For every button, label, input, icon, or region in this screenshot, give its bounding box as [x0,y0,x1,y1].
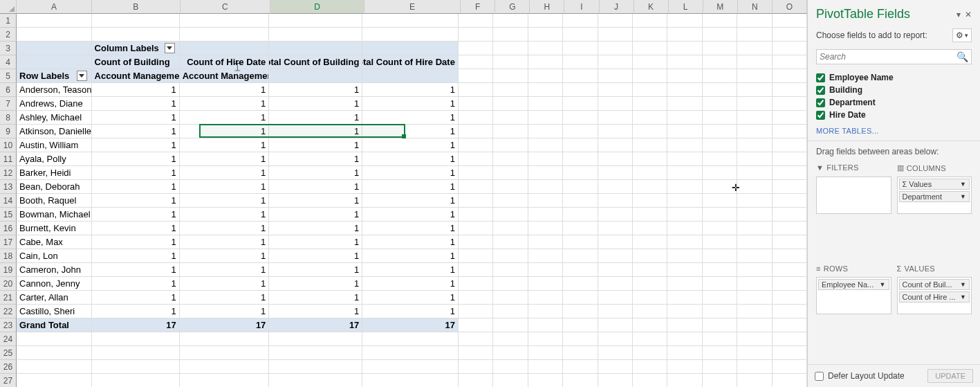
cell[interactable]: 1 [180,194,270,208]
cell[interactable] [493,305,528,318]
cell[interactable] [667,180,702,194]
cell[interactable] [703,249,737,263]
cell[interactable] [528,69,563,83]
field-checkbox[interactable] [816,98,825,107]
cell[interactable]: 1 [362,222,459,235]
cell[interactable] [737,166,772,180]
cell[interactable] [493,346,528,360]
cell[interactable] [528,42,563,55]
row-header-23[interactable]: 23 [0,318,17,332]
cell[interactable]: 1 [362,235,459,249]
cell[interactable]: 1 [269,111,362,125]
cell[interactable] [493,194,528,208]
values-drop-area[interactable]: Count of Buil...▼Count of Hire ...▼ [897,277,972,314]
cell[interactable] [667,360,702,374]
row-header-8[interactable]: 8 [0,111,17,125]
cell[interactable] [773,111,807,125]
cell[interactable] [180,42,270,55]
cell[interactable] [773,180,807,194]
cell[interactable] [737,263,772,277]
col-header-A[interactable]: A [17,0,92,14]
cell[interactable] [633,42,667,55]
cell[interactable] [493,42,528,55]
cell[interactable] [773,291,807,305]
cell[interactable] [528,138,563,152]
cell[interactable]: 1 [180,235,270,249]
col-header-N[interactable]: N [738,0,773,14]
cell[interactable] [563,208,598,222]
cell[interactable] [737,318,772,332]
update-button[interactable]: UPDATE [927,369,973,383]
cell[interactable] [737,291,772,305]
cell[interactable] [493,138,528,152]
cell[interactable] [563,28,598,42]
cell[interactable] [563,97,598,111]
cell[interactable] [667,14,702,28]
field-item[interactable]: Hire Date [816,109,972,121]
cell[interactable] [459,14,493,28]
cell[interactable] [598,305,633,318]
cell[interactable]: Anderson, Teason [17,83,92,97]
cell[interactable] [667,28,702,42]
cell[interactable] [667,208,702,222]
cell[interactable] [703,28,737,42]
cell[interactable] [493,111,528,125]
cell[interactable]: Andrews, Diane [17,97,92,111]
cell[interactable] [703,291,737,305]
cell[interactable] [598,208,633,222]
cell[interactable]: 1 [180,125,270,138]
cell[interactable] [563,374,598,387]
cell[interactable]: Count of Hire Date [180,55,270,69]
row-header-1[interactable]: 1 [0,14,17,28]
col-header-L[interactable]: L [669,0,703,14]
cell[interactable] [563,222,598,235]
cell[interactable] [773,332,807,346]
cell[interactable] [667,249,702,263]
cell[interactable] [563,152,598,166]
cell[interactable] [180,346,270,360]
cell[interactable] [598,291,633,305]
cell[interactable] [737,69,772,83]
cell[interactable]: 1 [362,83,459,97]
cell[interactable] [17,28,92,42]
cell[interactable] [633,14,667,28]
cell[interactable]: 1 [362,152,459,166]
cell[interactable] [459,125,493,138]
cell[interactable] [737,152,772,166]
cell[interactable] [598,83,633,97]
cell[interactable] [703,346,737,360]
pane-dropdown-icon[interactable]: ▾ [956,10,961,19]
row-header-2[interactable]: 2 [0,28,17,42]
cell[interactable] [737,374,772,387]
cell[interactable] [563,125,598,138]
cell[interactable] [703,125,737,138]
cell[interactable] [598,235,633,249]
cell[interactable] [703,277,737,291]
cell[interactable] [633,235,667,249]
cell[interactable] [703,69,737,83]
cell[interactable] [528,291,563,305]
cell[interactable] [563,166,598,180]
cell[interactable] [493,263,528,277]
cell[interactable]: 1 [92,222,180,235]
row-header-10[interactable]: 10 [0,138,17,152]
cell[interactable] [563,332,598,346]
cell[interactable] [563,14,598,28]
more-tables-link[interactable]: MORE TABLES... [808,124,980,141]
cell[interactable]: 1 [362,305,459,318]
cell[interactable]: Burnett, Kevin [17,222,92,235]
cell[interactable] [563,235,598,249]
cell[interactable] [92,28,180,42]
cell[interactable] [528,180,563,194]
cell[interactable] [17,332,92,346]
field-item[interactable]: Employee Name [816,71,972,84]
cell[interactable]: 1 [92,208,180,222]
col-header-H[interactable]: H [530,0,564,14]
cell[interactable]: 1 [180,166,270,180]
row-header-3[interactable]: 3 [0,42,17,55]
cell[interactable] [633,374,667,387]
cell[interactable] [528,249,563,263]
cell[interactable] [598,332,633,346]
cell[interactable] [737,28,772,42]
cell[interactable] [269,42,362,55]
